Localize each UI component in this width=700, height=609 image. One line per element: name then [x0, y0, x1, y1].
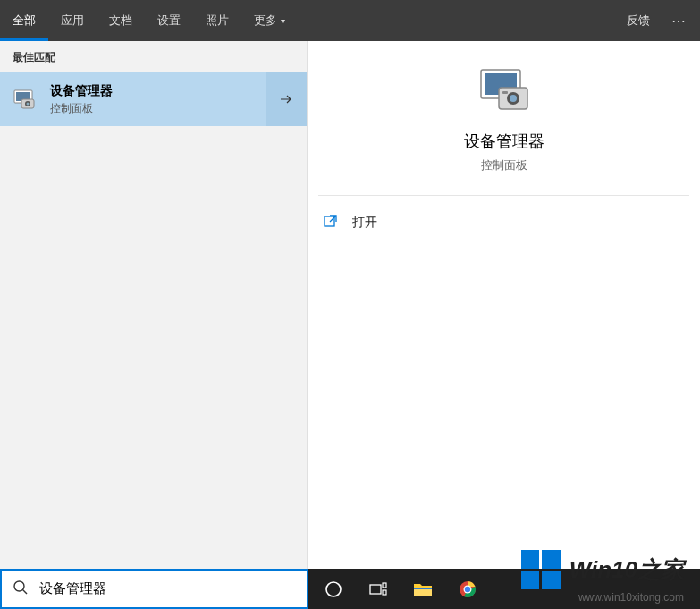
cortana-icon — [325, 580, 342, 598]
tab-more[interactable]: 更多 ▾ — [241, 0, 298, 41]
best-match-header: 最佳匹配 — [0, 41, 307, 72]
svg-point-14 — [326, 582, 341, 596]
search-filter-tabs: 全部 应用 文档 设置 照片 更多 ▾ 反馈 ⋯ — [0, 0, 700, 41]
device-manager-icon — [0, 89, 50, 110]
more-options-button[interactable]: ⋯ — [666, 13, 693, 30]
file-explorer-icon — [413, 581, 433, 597]
tab-label: 照片 — [206, 13, 229, 29]
chevron-down-icon: ▾ — [281, 16, 285, 26]
tab-apps[interactable]: 应用 — [48, 0, 97, 41]
preview-subtitle: 控制面板 — [318, 157, 689, 173]
cortana-button[interactable] — [312, 569, 355, 609]
arrow-right-icon — [279, 92, 293, 106]
svg-point-4 — [27, 103, 30, 106]
task-view-icon — [369, 582, 387, 596]
svg-point-22 — [465, 586, 470, 591]
svg-rect-19 — [414, 588, 432, 589]
svg-rect-15 — [370, 585, 381, 594]
results-list: 最佳匹配 设备管理器 控制面板 — [0, 41, 308, 569]
chrome-icon — [459, 580, 477, 598]
chrome-button[interactable] — [446, 569, 489, 609]
tab-photos[interactable]: 照片 — [193, 0, 241, 41]
svg-rect-16 — [383, 583, 386, 588]
tab-label: 文档 — [109, 13, 132, 29]
svg-rect-11 — [325, 216, 334, 226]
preview-title: 设备管理器 — [318, 131, 689, 152]
open-icon — [324, 214, 340, 231]
result-subtitle: 控制面板 — [50, 101, 266, 116]
tab-docs[interactable]: 文档 — [97, 0, 145, 41]
action-open[interactable]: 打开 — [318, 208, 689, 236]
feedback-link[interactable]: 反馈 — [621, 13, 655, 29]
task-view-button[interactable] — [357, 569, 400, 609]
search-icon — [13, 579, 29, 599]
svg-point-12 — [14, 581, 24, 591]
tab-label: 全部 — [13, 13, 36, 29]
search-bar[interactable] — [0, 569, 308, 609]
preview-pane: 设备管理器 控制面板 打开 — [308, 41, 700, 569]
svg-point-9 — [510, 95, 517, 102]
svg-rect-10 — [502, 91, 508, 94]
tab-label: 设置 — [157, 13, 181, 29]
expand-preview-button[interactable] — [266, 72, 307, 126]
result-title: 设备管理器 — [50, 83, 266, 99]
tab-settings[interactable]: 设置 — [145, 0, 193, 41]
tab-label: 更多 — [254, 13, 277, 29]
taskbar — [308, 569, 700, 609]
device-manager-large-icon — [318, 66, 689, 116]
search-results-area: 最佳匹配 设备管理器 控制面板 — [0, 41, 700, 569]
tab-label: 应用 — [61, 13, 84, 29]
svg-rect-17 — [383, 590, 386, 595]
tab-all[interactable]: 全部 — [0, 0, 48, 41]
search-input[interactable] — [39, 581, 296, 596]
action-label: 打开 — [352, 215, 377, 231]
file-explorer-button[interactable] — [401, 569, 444, 609]
result-item-device-manager[interactable]: 设备管理器 控制面板 — [0, 72, 307, 126]
svg-line-13 — [23, 589, 27, 593]
